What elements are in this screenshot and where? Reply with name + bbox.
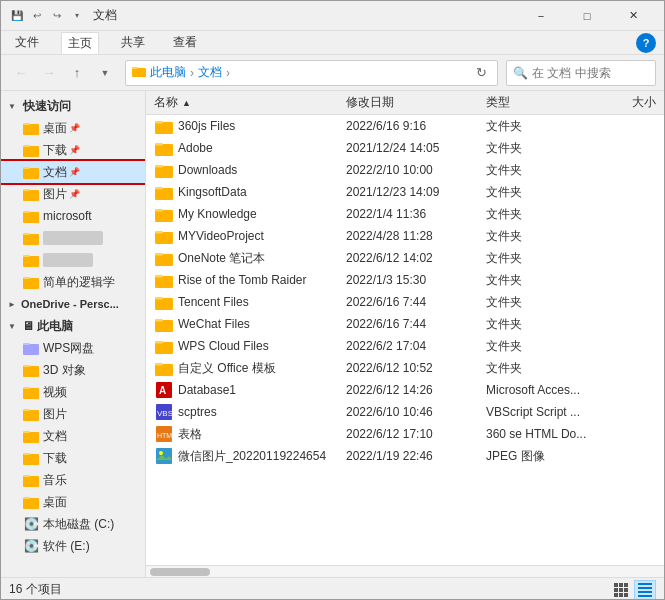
search-bar[interactable]: 🔍 <box>506 60 656 86</box>
file-name: WPS Cloud Files <box>178 339 346 353</box>
sidebar-item-disk-c[interactable]: 💽 本地磁盘 (C:) <box>1 513 145 535</box>
sidebar-item-3d[interactable]: 3D 对象 <box>1 359 145 381</box>
file-list[interactable]: 360js Files 2022/6/16 9:16 文件夹 Adobe 202… <box>146 115 664 565</box>
table-row[interactable]: VBS scptres 2022/6/10 10:46 VBScript Scr… <box>146 401 664 423</box>
tab-share[interactable]: 共享 <box>115 32 151 53</box>
horizontal-scrollbar[interactable] <box>146 565 664 577</box>
svg-rect-78 <box>638 591 652 593</box>
sidebar-item-desktop2[interactable]: 桌面 <box>1 491 145 513</box>
svg-rect-21 <box>23 365 30 367</box>
table-row[interactable]: 自定义 Office 模板 2022/6/12 10:52 文件夹 <box>146 357 664 379</box>
forward-button[interactable]: → <box>37 61 61 85</box>
sidebar-thispc-header[interactable]: ▼ 🖥 此电脑 <box>1 315 145 337</box>
table-row[interactable]: Downloads 2022/2/10 10:00 文件夹 <box>146 159 664 181</box>
sidebar-item-pictures2[interactable]: 图片 <box>1 403 145 425</box>
tab-home[interactable]: 主页 <box>61 32 99 54</box>
back-button[interactable]: ← <box>9 61 33 85</box>
table-row[interactable]: WPS Cloud Files 2022/6/2 17:04 文件夹 <box>146 335 664 357</box>
sidebar-item-documents2[interactable]: 文档 <box>1 425 145 447</box>
file-name: KingsoftData <box>178 185 346 199</box>
dropdown-icon[interactable]: ▾ <box>69 8 85 24</box>
thispc-icon: 🖥 <box>22 319 34 333</box>
file-name: Database1 <box>178 383 346 397</box>
table-row[interactable]: My Knowledge 2022/1/4 11:36 文件夹 <box>146 203 664 225</box>
sidebar-label-blurred2: ████ <box>43 253 93 267</box>
html-icon: HTML <box>154 426 174 442</box>
svg-rect-44 <box>155 232 173 244</box>
svg-rect-10 <box>23 212 39 223</box>
sidebar-item-downloads2[interactable]: 下载 <box>1 447 145 469</box>
table-row[interactable]: Tencent Files 2022/6/16 7:44 文件夹 <box>146 291 664 313</box>
content-area: 名称 ▲ 修改日期 类型 大小 360js Files 2022/6/16 9:… <box>146 91 664 577</box>
table-row[interactable]: A Database1 2022/6/12 14:26 Microsoft Ac… <box>146 379 664 401</box>
table-row[interactable]: HTML 表格 2022/6/12 17:10 360 se HTML Do..… <box>146 423 664 445</box>
sidebar-item-wps[interactable]: WPS网盘 <box>1 337 145 359</box>
pin-icon-pictures: 📌 <box>69 189 80 199</box>
address-pc: 此电脑 <box>150 64 186 81</box>
svg-rect-43 <box>155 209 163 212</box>
minimize-button[interactable]: − <box>518 1 564 31</box>
file-date: 2022/6/16 9:16 <box>346 119 486 133</box>
save-icon[interactable]: 💾 <box>9 8 25 24</box>
svg-rect-23 <box>23 387 30 389</box>
sidebar-item-blurred1[interactable]: ████ <box>1 227 145 249</box>
sidebar-item-music[interactable]: 音乐 <box>1 469 145 491</box>
sidebar-onedrive-header[interactable]: ► OneDrive - Persc... <box>1 293 145 315</box>
expand-icon-onedrive: ► <box>5 297 19 311</box>
sidebar-item-videos[interactable]: 视频 <box>1 381 145 403</box>
svg-rect-79 <box>638 595 652 597</box>
up-button[interactable]: ↑ <box>65 61 89 85</box>
h-scroll-thumb[interactable] <box>150 568 210 576</box>
svg-rect-55 <box>155 341 163 344</box>
sidebar-item-desktop[interactable]: 桌面 📌 <box>1 117 145 139</box>
table-row[interactable]: Adobe 2021/12/24 14:05 文件夹 <box>146 137 664 159</box>
window-controls[interactable]: − □ ✕ <box>518 1 656 31</box>
address-bar[interactable]: 此电脑 › 文档 › ↻ <box>125 60 498 86</box>
table-row[interactable]: 微信图片_20220119224654 2022/1/19 22:46 JPEG… <box>146 445 664 467</box>
sidebar-item-documents[interactable]: 文档 📌 <box>1 161 145 183</box>
folder-icon-downloads <box>23 143 39 157</box>
table-row[interactable]: KingsoftData 2021/12/23 14:09 文件夹 <box>146 181 664 203</box>
table-row[interactable]: MYVideoProject 2022/4/28 11:28 文件夹 <box>146 225 664 247</box>
svg-rect-52 <box>155 320 173 332</box>
svg-rect-42 <box>155 210 173 222</box>
maximize-button[interactable]: □ <box>564 1 610 31</box>
table-row[interactable]: 360js Files 2022/6/16 9:16 文件夹 <box>146 115 664 137</box>
sidebar-item-disk-e[interactable]: 💽 软件 (E:) <box>1 535 145 557</box>
col-header-name[interactable]: 名称 ▲ <box>154 94 346 111</box>
sidebar-quickaccess-header[interactable]: ▼ 快速访问 <box>1 95 145 117</box>
svg-rect-76 <box>638 583 652 585</box>
svg-rect-20 <box>23 366 39 377</box>
col-header-size[interactable]: 大小 <box>596 94 656 111</box>
search-input[interactable] <box>532 66 649 80</box>
sidebar-item-blurred2[interactable]: ████ <box>1 249 145 271</box>
svg-rect-72 <box>624 588 628 592</box>
tab-file[interactable]: 文件 <box>9 32 45 53</box>
details-view-button[interactable] <box>634 580 656 600</box>
sidebar-item-pictures[interactable]: 图片 📌 <box>1 183 145 205</box>
file-type: JPEG 图像 <box>486 448 596 465</box>
sidebar-item-microsoft[interactable]: microsoft <box>1 205 145 227</box>
folder-icon-blurred2 <box>23 253 39 267</box>
recent-button[interactable]: ▼ <box>93 61 117 85</box>
file-date: 2022/6/2 17:04 <box>346 339 486 353</box>
col-header-type[interactable]: 类型 <box>486 94 596 111</box>
close-button[interactable]: ✕ <box>610 1 656 31</box>
sidebar-item-downloads[interactable]: 下载 📌 <box>1 139 145 161</box>
svg-rect-36 <box>155 144 173 156</box>
refresh-button[interactable]: ↻ <box>471 63 491 83</box>
table-row[interactable]: Rise of the Tomb Raider 2022/1/3 15:30 文… <box>146 269 664 291</box>
file-date: 2021/12/24 14:05 <box>346 141 486 155</box>
table-row[interactable]: OneNote 笔记本 2022/6/12 14:02 文件夹 <box>146 247 664 269</box>
col-header-date[interactable]: 修改日期 <box>346 94 486 111</box>
tab-view[interactable]: 查看 <box>167 32 203 53</box>
svg-rect-35 <box>155 121 163 124</box>
address-sep2: › <box>226 66 230 80</box>
undo-icon[interactable]: ↩ <box>29 8 45 24</box>
list-view-button[interactable] <box>610 580 632 600</box>
file-date: 2022/6/12 14:26 <box>346 383 486 397</box>
help-button[interactable]: ? <box>636 33 656 53</box>
sidebar-item-logic[interactable]: 简单的逻辑学 <box>1 271 145 293</box>
redo-icon[interactable]: ↪ <box>49 8 65 24</box>
table-row[interactable]: WeChat Files 2022/6/16 7:44 文件夹 <box>146 313 664 335</box>
